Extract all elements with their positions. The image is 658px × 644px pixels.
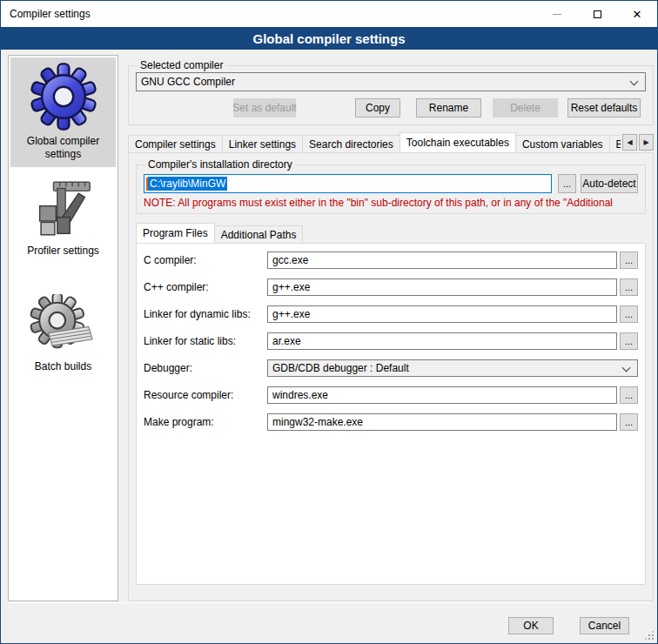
field-row-resource-compiler: Resource compiler: windres.exe ... (144, 386, 638, 404)
button-label: OK (523, 620, 538, 632)
ellipsis-icon: ... (563, 178, 571, 189)
tab-scroll-left-button[interactable]: ◀ (622, 134, 637, 151)
close-icon: ✕ (633, 9, 642, 20)
c-compiler-browse-button[interactable]: ... (620, 252, 638, 269)
window-title: Compiler settings (10, 8, 91, 20)
sidebar-item-profiler-settings[interactable]: Profiler settings (10, 174, 116, 264)
rename-button[interactable]: Rename (416, 98, 481, 117)
compiler-select[interactable]: GNU GCC Compiler (136, 72, 646, 91)
field-label: Make program: (144, 416, 267, 428)
field-label: Linker for static libs: (144, 335, 267, 347)
make-program-input[interactable]: mingw32-make.exe (267, 413, 617, 431)
field-value: windres.exe (272, 389, 328, 401)
close-button[interactable]: ✕ (617, 1, 657, 27)
tab-label: Program Files (143, 227, 208, 239)
field-value: g++.exe (272, 281, 310, 293)
tab-toolchain-executables[interactable]: Toolchain executables (400, 132, 516, 152)
tab-compiler-settings[interactable]: Compiler settings (128, 135, 223, 152)
installation-directory-row: C:\raylib\MinGW ... Auto-detect (144, 174, 638, 193)
set-as-default-button: Set as default (233, 98, 296, 117)
button-label: Auto-detect (582, 178, 635, 190)
sidebar-item-batch-builds[interactable]: Batch builds (10, 290, 116, 379)
tab-linker-settings[interactable]: Linker settings (222, 135, 303, 152)
resize-grip[interactable] (645, 631, 654, 640)
field-value: gcc.exe (272, 254, 308, 266)
arrow-left-icon: ◀ (627, 138, 632, 146)
dynamic-linker-input[interactable]: g++.exe (267, 305, 617, 323)
compiler-actions: Set as default Copy Rename Delete Reset … (136, 98, 646, 117)
c-compiler-input[interactable]: gcc.exe (267, 252, 617, 269)
debugger-select[interactable]: GDB/CDB debugger : Default (267, 359, 638, 377)
button-label: Reset defaults (571, 102, 638, 114)
tab-scroll-right-button[interactable]: ▶ (639, 134, 654, 151)
reset-defaults-button[interactable]: Reset defaults (567, 98, 641, 117)
titlebar: Compiler settings ✕ (1, 1, 657, 27)
installation-directory-group: Compiler's installation directory C:\ray… (136, 158, 646, 214)
tab-label: Custom variables (522, 138, 603, 151)
ellipsis-icon: ... (625, 417, 633, 427)
installation-directory-input[interactable]: C:\raylib\MinGW (144, 174, 552, 193)
sidebar-item-label: Batch builds (35, 360, 91, 373)
tab-scroll-buttons: ◀ ▶ (621, 134, 654, 151)
selected-compiler-group: Selected compiler GNU GCC Compiler Set a… (128, 59, 654, 125)
field-label: Resource compiler: (144, 389, 267, 401)
sidebar-item-global-compiler-settings[interactable]: Global compiler settings (10, 57, 116, 167)
field-row-c-compiler: C compiler: gcc.exe ... (144, 252, 638, 269)
toolchain-executables-panel: Compiler's installation directory C:\ray… (128, 152, 654, 601)
cpp-compiler-input[interactable]: g++.exe (267, 278, 617, 296)
settings-tabs: Compiler settings Linker settings Search… (128, 132, 654, 152)
program-files-panel: C compiler: gcc.exe ... C++ compiler: g+… (136, 243, 646, 585)
compiler-settings-dialog: Compiler settings ✕ Global compiler sett… (0, 0, 658, 644)
compiler-select-value: GNU GCC Compiler (141, 76, 235, 88)
button-label: Copy (366, 102, 390, 114)
cancel-button[interactable]: Cancel (580, 617, 629, 634)
button-label: Rename (429, 102, 468, 114)
maximize-icon (594, 10, 601, 18)
tab-search-directories[interactable]: Search directories (302, 135, 400, 152)
toolchain-subtabs: Program Files Additional Paths (136, 223, 646, 243)
button-label: Cancel (588, 620, 621, 632)
page-title: Global compiler settings (1, 27, 657, 50)
field-value: g++.exe (272, 308, 310, 320)
chevron-down-icon (630, 77, 639, 86)
tab-label: Compiler settings (135, 138, 216, 151)
static-linker-input[interactable]: ar.exe (267, 332, 617, 350)
delete-button: Delete (493, 98, 558, 117)
static-linker-browse-button[interactable]: ... (620, 332, 638, 350)
arrow-right-icon: ▶ (643, 138, 648, 146)
field-value: mingw32-make.exe (272, 416, 363, 428)
maximize-button[interactable] (577, 1, 617, 27)
minimize-icon (553, 14, 561, 15)
browse-directory-button[interactable]: ... (558, 174, 576, 193)
tab-label: Additional Paths (221, 229, 297, 241)
tab-custom-variables[interactable]: Custom variables (515, 135, 610, 152)
tab-label: Toolchain executables (406, 137, 509, 149)
footer-separator (8, 602, 650, 603)
settings-category-sidebar: Global compiler settings Profiler settin… (8, 55, 118, 601)
copy-button[interactable]: Copy (355, 98, 400, 117)
caliper-icon (29, 178, 98, 241)
gray-gear-papers-icon (29, 294, 98, 357)
tab-label: Search directories (309, 138, 393, 151)
dynamic-linker-browse-button[interactable]: ... (620, 305, 638, 323)
selected-compiler-group-label: Selected compiler (138, 59, 225, 71)
installation-directory-value: C:\raylib\MinGW (148, 177, 227, 191)
installation-note: NOTE: All programs must exist either in … (144, 197, 638, 209)
resource-compiler-input[interactable]: windres.exe (267, 386, 617, 404)
sidebar-item-label: Profiler settings (27, 245, 99, 258)
cpp-compiler-browse-button[interactable]: ... (620, 278, 638, 296)
button-label: Delete (510, 102, 540, 114)
minimize-button (537, 1, 577, 27)
field-label: C compiler: (144, 254, 267, 266)
subtab-additional-paths[interactable]: Additional Paths (214, 225, 304, 243)
resource-compiler-browse-button[interactable]: ... (620, 386, 638, 404)
make-program-browse-button[interactable]: ... (620, 413, 638, 431)
blue-gear-icon (29, 62, 98, 131)
ok-button[interactable]: OK (508, 617, 554, 634)
chevron-down-icon (622, 364, 631, 372)
field-row-dynamic-linker: Linker for dynamic libs: g++.exe ... (144, 305, 638, 323)
auto-detect-button[interactable]: Auto-detect (581, 174, 638, 193)
caption-buttons: ✕ (537, 1, 657, 27)
subtab-program-files[interactable]: Program Files (136, 223, 215, 243)
ellipsis-icon: ... (625, 309, 633, 319)
